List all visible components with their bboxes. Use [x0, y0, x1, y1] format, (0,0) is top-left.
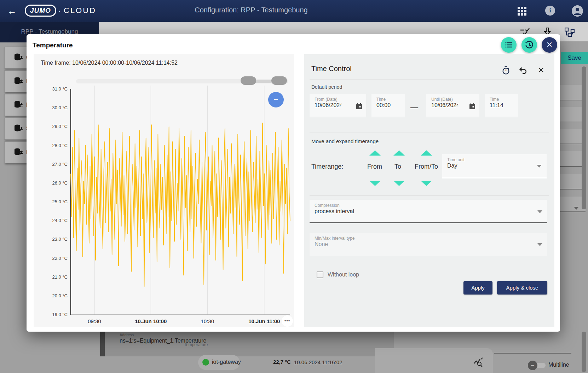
temperature-dialog: Temperature ✕ Time frame: 10/06/2024 00:…: [27, 34, 560, 332]
last-update-timestamp: 10.06.2024 11:16:02: [294, 359, 342, 365]
svg-text:26.0 °C: 26.0 °C: [52, 180, 68, 186]
svg-text:23.0 °C: 23.0 °C: [52, 237, 68, 242]
save-button[interactable]: Save: [561, 52, 588, 64]
to-increase-arrow[interactable]: [393, 150, 405, 156]
multiline-toggle-knob[interactable]: −: [528, 361, 537, 370]
to-decrease-arrow[interactable]: [393, 181, 405, 186]
gateway-label: iot-gateway: [212, 359, 241, 365]
chevron-down-icon[interactable]: [537, 243, 542, 246]
minmax-label: Min/Max interval type: [315, 236, 547, 241]
from-time-label: Time: [376, 97, 405, 102]
account-avatar-icon[interactable]: [572, 5, 583, 17]
cloud-logo: CLOUD: [64, 6, 96, 15]
until-date-label: Until (Date): [431, 97, 479, 102]
apply-button[interactable]: Apply: [463, 281, 492, 295]
compression-select[interactable]: Compression process interval: [310, 200, 547, 223]
compression-label: Compression: [315, 203, 547, 208]
dialog-close-button[interactable]: ✕: [542, 37, 557, 53]
current-temperature-value: 22,7 °C: [273, 359, 291, 365]
back-arrow-icon[interactable]: ←: [6, 5, 18, 17]
minmax-value: None: [315, 241, 547, 247]
svg-text:28.0 °C: 28.0 °C: [52, 143, 68, 148]
calendar-icon[interactable]: [356, 103, 363, 111]
chevron-down-icon[interactable]: [537, 210, 542, 213]
database-icon: [14, 124, 23, 135]
svg-text:24.0 °C: 24.0 °C: [52, 218, 68, 223]
fromto-shrink-arrow[interactable]: [421, 181, 432, 186]
svg-text:29.0 °C: 29.0 °C: [52, 124, 68, 129]
move-expand-label: Move and expand timerange: [311, 138, 379, 144]
without-loop-label: Without loop: [328, 272, 359, 278]
svg-text:20.0 °C: 20.0 °C: [52, 293, 68, 298]
person-icon: [572, 5, 583, 17]
time-control-panel: Time Control ✕ Default period From (Date…: [304, 54, 554, 327]
name-field-label: Temperature: [184, 342, 208, 347]
undo-icon[interactable]: [518, 66, 528, 75]
jumo-logo: JUMO: [25, 5, 56, 17]
time-unit-select[interactable]: Time unit Day: [442, 154, 547, 178]
timer-icon[interactable]: [501, 66, 511, 75]
svg-text:09:30: 09:30: [88, 318, 101, 324]
svg-text:22.0 °C: 22.0 °C: [52, 256, 68, 261]
database-icon: [14, 100, 23, 111]
svg-text:10.Jun 11:00: 10.Jun 11:00: [248, 318, 280, 324]
until-time-value: 11:14: [490, 102, 518, 109]
column-from-label: From: [367, 163, 382, 170]
from-increase-arrow[interactable]: [369, 150, 381, 156]
until-time-field[interactable]: Time 11:14: [485, 94, 518, 117]
column-fromto-label: From/To: [415, 163, 438, 170]
dialog-title: Temperature: [33, 41, 73, 49]
database-icon: [14, 148, 23, 158]
fromto-expand-arrow[interactable]: [421, 150, 432, 156]
divider: [494, 353, 571, 354]
timerange-label: Timerange:: [311, 163, 343, 170]
info-icon[interactable]: i: [545, 6, 555, 16]
database-icon: [14, 53, 23, 64]
top-app-bar: ← JUMO · CLOUD Configuration: RPP - Test…: [0, 0, 588, 22]
range-dash: —: [410, 103, 418, 112]
time-control-title: Time Control: [311, 65, 352, 73]
address-field-label: Address: [120, 333, 134, 337]
svg-text:10.Jun 10:00: 10.Jun 10:00: [135, 318, 167, 324]
address-field[interactable]: [100, 332, 394, 356]
scrollbar-thumb[interactable]: [582, 66, 586, 209]
from-decrease-arrow[interactable]: [369, 181, 381, 186]
until-time-label: Time: [490, 97, 518, 102]
time-control-close-icon[interactable]: ✕: [538, 66, 547, 75]
dimmed-dropdown-caret: [574, 207, 579, 210]
scrollbar-thumb[interactable]: [582, 332, 586, 372]
temperature-line-chart[interactable]: 09:3010.Jun 10:0010:3010.Jun 11:0031.0 °…: [34, 54, 294, 327]
status-dot-online: [202, 359, 209, 366]
time-unit-value: Day: [447, 163, 547, 169]
time-unit-label: Time unit: [447, 157, 547, 162]
zoom-out-button[interactable]: −: [268, 92, 284, 107]
from-time-value: 00:00: [376, 102, 405, 109]
until-date-field[interactable]: Until (Date) 10/06/2024: [426, 94, 479, 117]
chart-panel: Time frame: 10/06/2024 00:00:00-10/06/20…: [34, 54, 294, 327]
svg-text:10:30: 10:30: [201, 318, 214, 324]
chevron-down-icon[interactable]: [537, 165, 542, 168]
divider: [310, 196, 549, 196]
legend-list-button[interactable]: [501, 37, 517, 53]
chart-analysis-icon[interactable]: [473, 357, 484, 368]
apply-close-button[interactable]: Apply & close: [497, 281, 547, 295]
apps-grid-icon[interactable]: [518, 7, 528, 17]
column-to-label: To: [394, 163, 401, 170]
from-date-label: From (Date): [315, 97, 366, 102]
list-icon: [505, 41, 513, 49]
hierarchy-icon[interactable]: [565, 28, 575, 37]
logo-separator: ·: [58, 6, 61, 16]
divider: [310, 80, 549, 80]
default-period-label: Default period: [311, 84, 342, 90]
from-time-field[interactable]: Time 00:00: [371, 94, 405, 117]
svg-text:21.0 °C: 21.0 °C: [52, 274, 68, 280]
from-date-field[interactable]: From (Date) 10/06/2024: [310, 94, 366, 117]
history-button[interactable]: [521, 37, 537, 53]
minmax-interval-select[interactable]: Min/Max interval type None: [310, 233, 547, 256]
divider: [310, 133, 549, 133]
chart-menu-ellipsis-button[interactable]: •••: [282, 315, 293, 327]
from-date-value: 10/06/2024: [315, 102, 341, 109]
until-date-value: 10/06/2024: [431, 102, 458, 109]
without-loop-checkbox[interactable]: [317, 272, 323, 278]
calendar-icon[interactable]: [469, 103, 476, 111]
